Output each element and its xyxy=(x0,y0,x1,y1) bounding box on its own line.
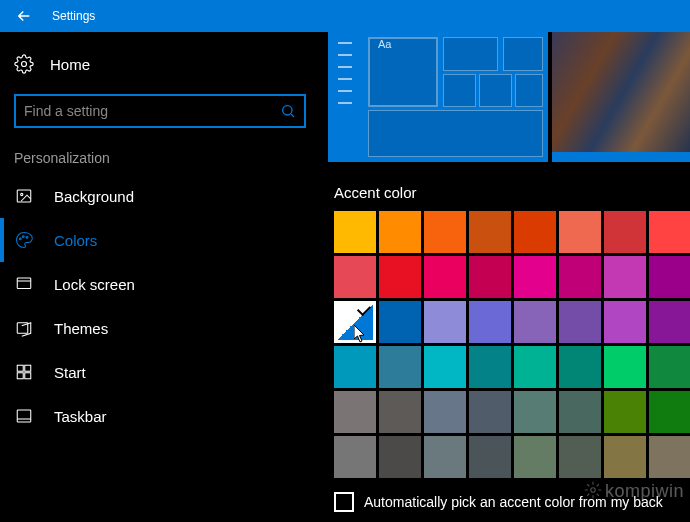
svg-rect-2 xyxy=(17,190,31,202)
accent-swatch[interactable] xyxy=(469,436,511,478)
accent-swatch[interactable] xyxy=(514,391,556,433)
svg-rect-7 xyxy=(17,278,31,289)
watermark: kompiwin xyxy=(584,481,684,504)
search-input[interactable] xyxy=(24,103,280,119)
sidebar-item-label: Themes xyxy=(54,320,108,337)
sidebar-item-start[interactable]: Start xyxy=(0,350,320,394)
accent-swatch[interactable] xyxy=(334,256,376,298)
accent-swatch[interactable] xyxy=(649,301,690,343)
picture-icon xyxy=(14,186,34,206)
accent-swatch[interactable] xyxy=(514,436,556,478)
svg-rect-13 xyxy=(17,410,31,422)
svg-point-6 xyxy=(26,236,28,238)
accent-swatch[interactable] xyxy=(469,301,511,343)
accent-swatch[interactable] xyxy=(424,211,466,253)
window-title: Settings xyxy=(52,9,95,23)
accent-swatch[interactable] xyxy=(379,301,421,343)
taskbar-icon xyxy=(14,406,34,426)
sidebar-item-label: Colors xyxy=(54,232,97,249)
svg-rect-11 xyxy=(17,373,23,379)
sidebar-item-taskbar[interactable]: Taskbar xyxy=(0,394,320,438)
svg-point-1 xyxy=(283,106,292,115)
accent-swatch[interactable] xyxy=(604,436,646,478)
titlebar: Settings xyxy=(0,0,690,32)
accent-swatch[interactable] xyxy=(334,436,376,478)
svg-rect-10 xyxy=(25,365,31,371)
accent-color-grid xyxy=(320,209,690,478)
accent-swatch[interactable] xyxy=(514,346,556,388)
start-icon xyxy=(14,362,34,382)
accent-swatch[interactable] xyxy=(469,346,511,388)
accent-swatch[interactable] xyxy=(424,256,466,298)
accent-swatch[interactable] xyxy=(604,256,646,298)
svg-point-4 xyxy=(19,238,21,240)
preview-sample-text: Aa xyxy=(378,38,391,50)
sidebar-item-label: Background xyxy=(54,188,134,205)
accent-swatch[interactable] xyxy=(604,211,646,253)
accent-swatch[interactable] xyxy=(424,346,466,388)
accent-swatch[interactable] xyxy=(514,301,556,343)
accent-swatch[interactable] xyxy=(649,211,690,253)
auto-pick-checkbox[interactable] xyxy=(334,492,354,512)
accent-swatch[interactable] xyxy=(424,436,466,478)
accent-swatch[interactable] xyxy=(334,391,376,433)
accent-swatch[interactable] xyxy=(649,346,690,388)
accent-swatch[interactable] xyxy=(559,256,601,298)
preview-start-window: Aa xyxy=(328,32,548,162)
accent-swatch[interactable] xyxy=(514,211,556,253)
cursor-icon xyxy=(354,325,368,347)
accent-swatch[interactable] xyxy=(559,301,601,343)
themes-icon xyxy=(14,318,34,338)
accent-swatch[interactable] xyxy=(649,391,690,433)
color-preview: Aa xyxy=(320,32,690,170)
accent-swatch[interactable] xyxy=(604,391,646,433)
svg-rect-9 xyxy=(17,365,23,371)
accent-swatch[interactable] xyxy=(559,211,601,253)
accent-swatch[interactable] xyxy=(514,256,556,298)
sidebar-item-label: Start xyxy=(54,364,86,381)
search-icon xyxy=(280,103,296,119)
accent-swatch[interactable] xyxy=(379,211,421,253)
accent-swatch[interactable] xyxy=(559,346,601,388)
preview-desktop xyxy=(552,32,690,162)
accent-swatch[interactable] xyxy=(334,211,376,253)
accent-swatch[interactable] xyxy=(334,301,376,343)
accent-swatch[interactable] xyxy=(379,391,421,433)
sidebar-item-themes[interactable]: Themes xyxy=(0,306,320,350)
home-nav[interactable]: Home xyxy=(0,44,320,84)
back-button[interactable] xyxy=(0,0,48,32)
sidebar-item-lockscreen[interactable]: Lock screen xyxy=(0,262,320,306)
sidebar-item-background[interactable]: Background xyxy=(0,174,320,218)
sidebar-item-label: Lock screen xyxy=(54,276,135,293)
accent-swatch[interactable] xyxy=(379,256,421,298)
main-content: Aa Accent color Automatically pick an ac… xyxy=(320,32,690,522)
accent-swatch[interactable] xyxy=(424,301,466,343)
accent-swatch[interactable] xyxy=(559,391,601,433)
sidebar: Home Personalization Background Colors xyxy=(0,32,320,522)
accent-swatch[interactable] xyxy=(469,391,511,433)
home-label: Home xyxy=(50,56,90,73)
svg-rect-12 xyxy=(25,373,31,379)
svg-point-14 xyxy=(591,488,596,493)
accent-swatch[interactable] xyxy=(604,301,646,343)
gear-icon xyxy=(584,481,602,504)
accent-swatch[interactable] xyxy=(424,391,466,433)
accent-color-header: Accent color xyxy=(320,170,690,209)
search-box[interactable] xyxy=(14,94,306,128)
accent-swatch[interactable] xyxy=(559,436,601,478)
accent-swatch[interactable] xyxy=(469,211,511,253)
lock-screen-icon xyxy=(14,274,34,294)
accent-swatch[interactable] xyxy=(334,346,376,388)
accent-swatch[interactable] xyxy=(379,346,421,388)
palette-icon xyxy=(14,230,34,250)
arrow-left-icon xyxy=(15,7,33,25)
sidebar-item-label: Taskbar xyxy=(54,408,107,425)
svg-point-3 xyxy=(21,193,23,195)
svg-point-0 xyxy=(22,62,27,67)
accent-swatch[interactable] xyxy=(379,436,421,478)
accent-swatch[interactable] xyxy=(649,436,690,478)
accent-swatch[interactable] xyxy=(469,256,511,298)
accent-swatch[interactable] xyxy=(649,256,690,298)
accent-swatch[interactable] xyxy=(604,346,646,388)
sidebar-item-colors[interactable]: Colors xyxy=(0,218,320,262)
